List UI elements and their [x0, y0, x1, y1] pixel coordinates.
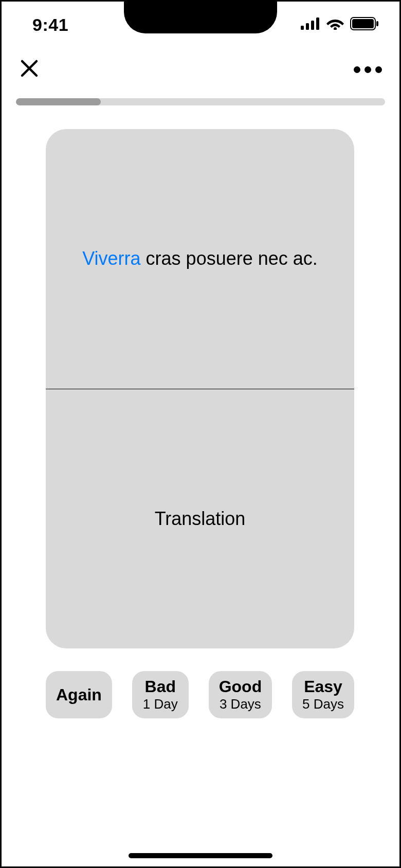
again-button-label: Again — [56, 685, 102, 704]
bad-button[interactable]: Bad 1 Day — [132, 671, 189, 718]
svg-rect-7 — [376, 21, 378, 26]
flashcard-translation: Translation — [155, 508, 246, 530]
good-button-label: Good — [219, 677, 262, 696]
flashcard-back: Translation — [46, 389, 354, 649]
easy-button-sublabel: 5 Days — [302, 696, 344, 712]
flashcard-sentence-rest: cras posuere nec ac. — [141, 248, 318, 269]
flashcard-highlight-word: Viverra — [82, 248, 140, 269]
cellular-icon — [301, 17, 320, 32]
status-icons — [301, 17, 379, 32]
svg-rect-2 — [311, 21, 314, 30]
home-indicator — [129, 853, 272, 858]
progress-fill — [16, 98, 101, 105]
svg-point-4 — [334, 27, 337, 30]
svg-rect-3 — [316, 17, 319, 30]
easy-button-label: Easy — [304, 677, 342, 696]
again-button[interactable]: Again — [46, 671, 112, 718]
wifi-icon — [326, 17, 344, 32]
device-frame: 9:41 — [0, 0, 401, 868]
nav-bar — [2, 49, 399, 90]
battery-icon — [350, 17, 379, 32]
flashcard-sentence: Viverra cras posuere nec ac. — [82, 247, 318, 271]
progress-bar — [16, 98, 385, 105]
close-icon[interactable] — [19, 58, 40, 81]
svg-rect-6 — [352, 19, 374, 28]
good-button-sublabel: 3 Days — [220, 696, 261, 712]
bad-button-sublabel: 1 Day — [143, 696, 178, 712]
device-notch — [124, 2, 277, 33]
bad-button-label: Bad — [145, 677, 176, 696]
svg-rect-0 — [301, 26, 304, 30]
rating-buttons-row: Again Bad 1 Day Good 3 Days Easy 5 Days — [46, 671, 354, 718]
status-time: 9:41 — [32, 15, 68, 35]
easy-button[interactable]: Easy 5 Days — [292, 671, 354, 718]
good-button[interactable]: Good 3 Days — [209, 671, 272, 718]
more-icon[interactable] — [354, 66, 382, 73]
flashcard-front: Viverra cras posuere nec ac. — [46, 129, 354, 389]
svg-rect-1 — [306, 23, 309, 30]
flashcard[interactable]: Viverra cras posuere nec ac. Translation — [46, 129, 354, 648]
